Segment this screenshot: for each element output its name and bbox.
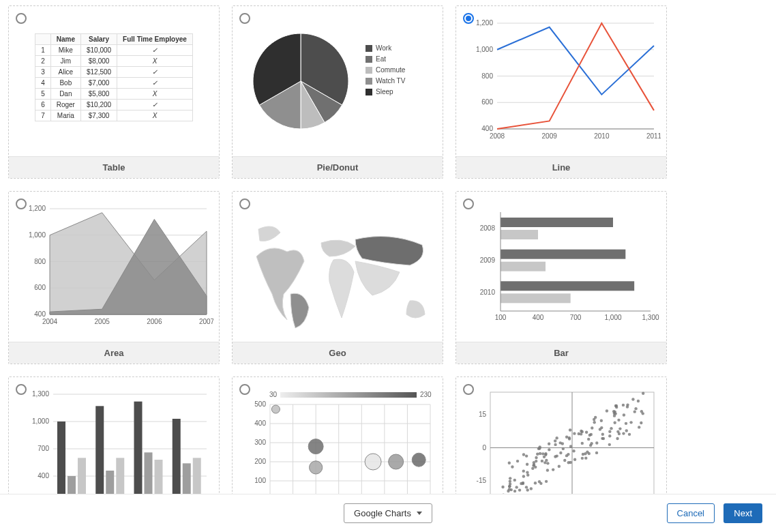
radio-line[interactable] bbox=[463, 13, 474, 24]
svg-point-247 bbox=[509, 482, 511, 485]
svg-point-201 bbox=[558, 465, 561, 468]
svg-point-210 bbox=[562, 447, 565, 450]
svg-point-238 bbox=[554, 455, 556, 458]
svg-point-235 bbox=[614, 404, 617, 407]
svg-text:300: 300 bbox=[254, 439, 266, 446]
svg-point-176 bbox=[633, 410, 636, 413]
radio-column[interactable] bbox=[16, 384, 27, 395]
card-bubble[interactable]: 0100200300400500687072747678808230230 bbox=[232, 376, 443, 501]
svg-point-199 bbox=[563, 459, 566, 462]
svg-point-227 bbox=[601, 432, 604, 435]
radio-area[interactable] bbox=[16, 198, 27, 209]
svg-rect-69 bbox=[95, 406, 104, 503]
svg-point-170 bbox=[511, 465, 513, 468]
card-bar[interactable]: 2008200920101004007001,0001,300 Bar bbox=[456, 191, 667, 364]
svg-point-173 bbox=[581, 442, 584, 445]
card-geo[interactable]: Geo bbox=[232, 191, 443, 364]
svg-rect-45 bbox=[501, 262, 546, 271]
svg-point-257 bbox=[538, 480, 541, 483]
svg-text:400: 400 bbox=[38, 472, 49, 479]
svg-text:0: 0 bbox=[482, 444, 486, 452]
svg-text:2004: 2004 bbox=[42, 318, 58, 325]
card-column[interactable]: 1004007001,0001,300 bbox=[8, 376, 220, 501]
svg-point-262 bbox=[599, 428, 601, 430]
svg-rect-66 bbox=[57, 422, 65, 503]
svg-point-242 bbox=[522, 453, 525, 456]
svg-point-196 bbox=[623, 413, 625, 416]
svg-rect-42 bbox=[501, 230, 538, 239]
svg-point-181 bbox=[610, 427, 612, 430]
scatter-chart: -15015 bbox=[463, 384, 661, 507]
svg-rect-112 bbox=[280, 392, 417, 398]
svg-point-265 bbox=[526, 488, 529, 491]
svg-point-207 bbox=[530, 487, 533, 490]
svg-point-219 bbox=[554, 439, 556, 442]
svg-text:Sleep: Sleep bbox=[376, 88, 393, 95]
card-table[interactable]: NameSalaryFull Time Employee 1Mike$10,00… bbox=[8, 5, 220, 179]
svg-rect-75 bbox=[173, 419, 181, 503]
area-chart: 4006008001,0001,2002004200520062007 bbox=[16, 198, 213, 335]
svg-point-124 bbox=[584, 456, 587, 459]
card-label-table: Table bbox=[9, 156, 219, 178]
svg-rect-44 bbox=[501, 250, 625, 259]
svg-point-184 bbox=[573, 458, 576, 461]
svg-rect-41 bbox=[501, 218, 613, 227]
svg-text:800: 800 bbox=[481, 72, 493, 80]
card-scatter[interactable]: -15015 bbox=[456, 376, 667, 501]
svg-point-125 bbox=[600, 419, 603, 422]
svg-point-220 bbox=[608, 430, 611, 432]
svg-text:700: 700 bbox=[570, 314, 582, 321]
svg-point-164 bbox=[559, 452, 562, 454]
svg-text:1,300: 1,300 bbox=[642, 314, 659, 321]
svg-text:400: 400 bbox=[481, 125, 493, 132]
svg-text:600: 600 bbox=[34, 284, 46, 291]
radio-bubble[interactable] bbox=[239, 384, 250, 395]
svg-text:1,000: 1,000 bbox=[604, 314, 621, 321]
svg-point-263 bbox=[567, 453, 569, 456]
svg-point-244 bbox=[525, 454, 528, 457]
svg-point-151 bbox=[581, 430, 584, 433]
svg-point-130 bbox=[593, 421, 596, 424]
svg-point-230 bbox=[629, 421, 632, 424]
card-line[interactable]: 4006008001,0001,2002008200920102011 Line bbox=[456, 5, 667, 179]
svg-point-180 bbox=[613, 421, 616, 424]
svg-text:1,000: 1,000 bbox=[29, 231, 46, 239]
svg-text:2009: 2009 bbox=[480, 256, 496, 264]
svg-point-225 bbox=[510, 488, 513, 491]
svg-point-249 bbox=[569, 428, 571, 431]
svg-text:400: 400 bbox=[533, 314, 544, 321]
svg-point-145 bbox=[559, 441, 562, 444]
svg-point-258 bbox=[509, 477, 511, 479]
chart-library-dropdown[interactable]: Google Charts bbox=[344, 503, 432, 523]
svg-point-139 bbox=[548, 448, 550, 451]
chevron-down-icon bbox=[417, 512, 422, 515]
svg-rect-0 bbox=[365, 45, 372, 52]
svg-point-253 bbox=[568, 437, 571, 439]
svg-point-136 bbox=[516, 460, 519, 462]
svg-text:2008: 2008 bbox=[490, 132, 505, 140]
svg-text:700: 700 bbox=[38, 445, 49, 452]
next-button[interactable]: Next bbox=[723, 503, 762, 523]
svg-point-233 bbox=[545, 480, 548, 483]
svg-text:2011: 2011 bbox=[646, 132, 661, 140]
card-pie[interactable]: WorkEatCommuteWatch TVSleep Pie/Donut bbox=[232, 5, 443, 179]
card-area[interactable]: 4006008001,0001,2002004200520062007 Area bbox=[8, 191, 220, 364]
radio-bar[interactable] bbox=[463, 198, 474, 209]
svg-text:800: 800 bbox=[34, 258, 46, 265]
radio-geo[interactable] bbox=[239, 198, 250, 209]
svg-point-163 bbox=[608, 434, 611, 437]
bar-chart: 2008200920101004007001,0001,300 bbox=[463, 198, 661, 335]
svg-point-245 bbox=[608, 443, 611, 446]
svg-text:2007: 2007 bbox=[199, 318, 213, 325]
svg-point-165 bbox=[565, 436, 568, 439]
svg-point-109 bbox=[365, 454, 381, 470]
svg-text:1,000: 1,000 bbox=[32, 417, 49, 425]
svg-point-221 bbox=[588, 434, 591, 437]
svg-text:2010: 2010 bbox=[594, 132, 610, 140]
radio-pie[interactable] bbox=[239, 13, 250, 24]
svg-rect-2 bbox=[365, 56, 372, 63]
svg-point-229 bbox=[587, 438, 590, 441]
radio-scatter[interactable] bbox=[463, 384, 474, 395]
radio-table[interactable] bbox=[16, 13, 27, 24]
cancel-button[interactable]: Cancel bbox=[667, 503, 715, 523]
